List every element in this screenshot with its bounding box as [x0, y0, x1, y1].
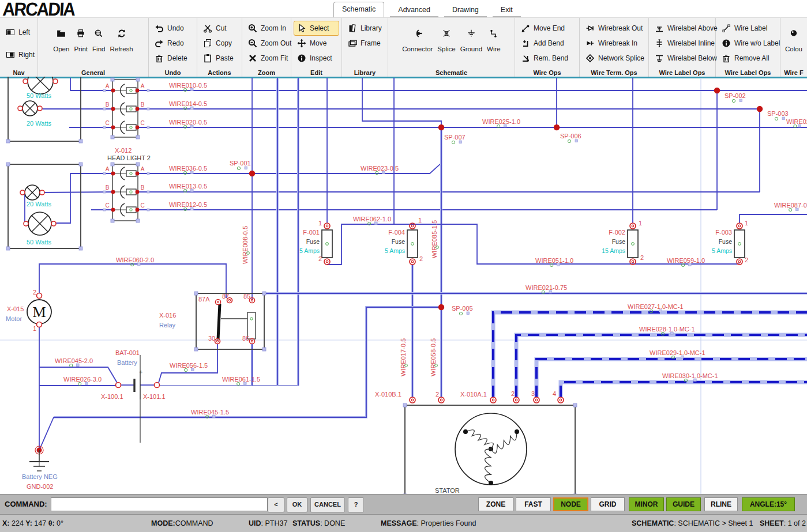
wirebreak-in-button[interactable]: Wirebreak In	[582, 36, 646, 51]
tab-advanced[interactable]: Advanced	[390, 3, 438, 17]
splice-sp-003[interactable]	[757, 106, 763, 112]
tab-schematic[interactable]: Schematic	[333, 2, 384, 17]
connector-pin[interactable]: A A	[103, 83, 149, 97]
wire-label[interactable]: WIRE028-1.0-MC-1	[639, 326, 695, 333]
schematic-text[interactable]: 2	[640, 254, 644, 261]
wire-label[interactable]: WIRE087-0.5	[774, 202, 807, 209]
schematic-text[interactable]: 2	[436, 391, 439, 398]
toggle-fast[interactable]: FAST	[516, 497, 551, 511]
toggle-grid[interactable]: GRID	[591, 497, 625, 511]
lamp[interactable]	[20, 185, 44, 200]
schematic-text[interactable]: 1	[639, 220, 642, 227]
lamp[interactable]	[24, 212, 56, 235]
motor[interactable]: M	[27, 293, 51, 327]
schematic-text[interactable]: X-016	[159, 312, 176, 319]
wire-label[interactable]: WIRE014-0.5	[169, 100, 207, 107]
wire[interactable]	[39, 417, 54, 450]
wire-label[interactable]: WIRE026-3.0	[63, 376, 102, 383]
library-button[interactable]: Library	[344, 21, 385, 36]
schematic-text[interactable]: 1	[318, 220, 322, 227]
cut-button[interactable]: Cut	[200, 21, 239, 36]
wire-label[interactable]: WIRE060-2.0	[116, 256, 154, 263]
cmd-ok-button[interactable]: OK	[287, 497, 307, 512]
relay-pin[interactable]	[216, 300, 221, 305]
copy-button[interactable]: Copy	[200, 36, 239, 51]
schematic-text[interactable]: Battery NEG	[22, 473, 58, 480]
schematic-text[interactable]: X-010A.1	[460, 391, 487, 398]
undo-button[interactable]: Undo	[151, 21, 194, 36]
schematic-text[interactable]: Battery	[117, 359, 137, 366]
connector-pin[interactable]: A A	[103, 166, 149, 180]
schematic-text[interactable]: +	[139, 368, 142, 375]
toggle-node[interactable]: NODE	[553, 497, 588, 511]
wire-label[interactable]: WIRE030-1.0-MC-1	[662, 372, 718, 379]
cmd-cancel-button[interactable]: CANCEL	[310, 497, 345, 512]
wirelabel-above-button[interactable]: Wirelabel Above	[651, 21, 713, 36]
splice-sp-007[interactable]	[438, 124, 444, 130]
toggle-guide[interactable]: GUIDE	[666, 497, 701, 511]
relay[interactable]	[218, 304, 256, 339]
schematic-text[interactable]: 2	[419, 255, 423, 262]
schematic-svg[interactable]: A A B B C C	[0, 77, 807, 494]
select-button[interactable]: Select	[294, 21, 339, 36]
schematic-text[interactable]: 3	[531, 390, 535, 397]
schematic-text[interactable]: 1	[33, 325, 36, 332]
schematic-text[interactable]: X-015	[7, 305, 24, 312]
wirelabel-inline-button[interactable]: Wirelabel Inline	[651, 36, 713, 51]
fuse-f-004[interactable]: F-004 Fuse 5 Amps	[385, 223, 418, 265]
move-end-button[interactable]: Move End	[517, 21, 577, 36]
wire-label[interactable]: WIRE02	[786, 118, 807, 125]
colou-button[interactable]: Colou	[783, 21, 804, 53]
inspect-button[interactable]: Inspect	[294, 51, 339, 66]
find-button[interactable]: Find	[91, 21, 107, 53]
wire-button[interactable]: Wire	[485, 21, 502, 53]
wire[interactable]	[54, 307, 438, 417]
splice-sp-002[interactable]	[714, 88, 720, 93]
schematic-text[interactable]: X-010B.1	[375, 391, 401, 398]
schematic-canvas[interactable]: A A B B C C	[0, 77, 807, 494]
ground-symbol[interactable]	[29, 446, 49, 471]
fuse-f-001[interactable]: F-001 Fuse 5 Amps	[299, 223, 332, 265]
wire-label-vertical[interactable]: WIRE085-1.5	[431, 220, 438, 258]
wire-w-o-label-button[interactable]: Wire w/o Label	[718, 36, 778, 51]
schematic-text[interactable]: 50 Watts	[27, 239, 51, 246]
schematic-text[interactable]: 1	[418, 217, 422, 224]
open-button[interactable]: Open	[51, 21, 71, 53]
zoom-fit-button[interactable]: Zoom Fit	[245, 51, 288, 66]
add-bend-button[interactable]: Add Bend	[517, 36, 577, 51]
tab-drawing[interactable]: Drawing	[444, 3, 487, 17]
schematic-text[interactable]: X-100.1	[101, 393, 123, 400]
wire-label[interactable]: WIRE056-1.5	[170, 362, 208, 369]
splice-sp-006[interactable]	[554, 124, 560, 130]
wire-label-vertical[interactable]: WIRE058-0.5	[430, 338, 437, 376]
schematic-text[interactable]: 85	[243, 293, 250, 300]
wire-label[interactable]: WIRE029-1.0-MC-1	[650, 349, 705, 356]
wire-label[interactable]: WIRE045-1.5	[191, 409, 229, 416]
wire-label[interactable]: WIRE020-0.5	[169, 119, 207, 126]
schematic-text[interactable]: 2	[511, 390, 515, 397]
lamp[interactable]	[23, 77, 58, 94]
right-button[interactable]: Right	[2, 47, 35, 62]
schematic-text[interactable]: 2	[318, 255, 322, 262]
zoom-in-button[interactable]: Zoom In	[245, 21, 288, 36]
schematic-text[interactable]: 2	[745, 256, 748, 263]
paste-button[interactable]: Paste	[200, 51, 239, 66]
wire-label[interactable]: WIRE051-1.0	[535, 257, 573, 264]
splice-label[interactable]: SP-007	[444, 134, 466, 141]
fuse-f-002[interactable]: F-002 Fuse 15 Amps	[602, 223, 638, 265]
schematic-text[interactable]: 4	[553, 390, 556, 397]
wire-label-vertical[interactable]: WIRE008-0.5	[242, 226, 249, 264]
move-button[interactable]: Move	[294, 36, 339, 51]
wire-label[interactable]: WIRE021-0.75	[526, 284, 567, 291]
splice-label[interactable]: SP-005	[452, 305, 473, 312]
rem-bend-button[interactable]: Rem. Bend	[517, 51, 577, 66]
toggle-rline[interactable]: RLINE	[704, 497, 738, 511]
wire-label[interactable]: WIRE013-0.5	[169, 183, 207, 190]
frame-button[interactable]: Frame	[344, 36, 385, 51]
toggle-angle-15[interactable]: ANGLE:15°	[742, 497, 795, 511]
splice-label[interactable]: SP-006	[560, 133, 581, 139]
lamp[interactable]	[18, 101, 42, 116]
schematic-text[interactable]: 50 Watts	[27, 92, 51, 99]
connector-button[interactable]: Connector	[400, 21, 434, 53]
schematic-text[interactable]: 87	[222, 293, 229, 300]
